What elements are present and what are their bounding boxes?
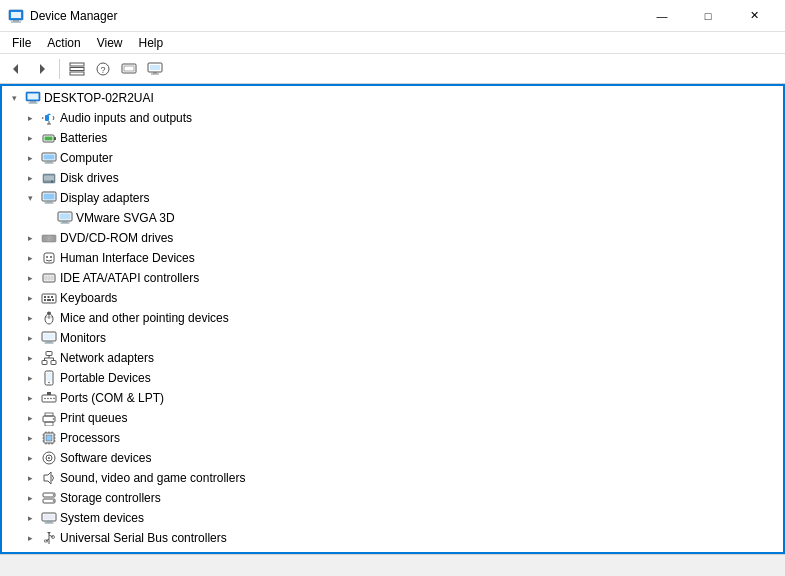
tree-item-hid[interactable]: Human Interface Devices [2,248,783,268]
svg-rect-55 [48,296,50,298]
display-label: Display adapters [60,191,149,205]
sound-expand-icon[interactable] [22,470,38,486]
tree-item-software[interactable]: Software devices [2,448,783,468]
svg-rect-7 [70,67,84,70]
audio-expand-icon[interactable] [22,110,38,126]
diskdrives-expand-icon[interactable] [22,170,38,186]
menu-action[interactable]: Action [39,34,88,52]
portable-expand-icon[interactable] [22,370,38,386]
tree-item-sound[interactable]: Sound, video and game controllers [2,468,783,488]
system-label: System devices [60,511,144,525]
tree-item-vmware[interactable]: VMware SVGA 3D [2,208,783,228]
svg-rect-39 [60,214,71,220]
ide-label: IDE ATA/ATAPI controllers [60,271,199,285]
device-tree-panel[interactable]: DESKTOP-02R2UAI Audio inputs and outputs [0,84,785,554]
update-driver-button[interactable] [117,57,141,81]
ide-icon [41,270,57,286]
hid-expand-icon[interactable] [22,250,38,266]
ports-expand-icon[interactable] [22,390,38,406]
svg-point-47 [50,256,52,258]
tree-item-network[interactable]: Network adapters [2,348,783,368]
svg-rect-35 [44,194,55,200]
display-expand-icon[interactable] [22,190,38,206]
forward-button[interactable] [30,57,54,81]
svg-rect-70 [51,361,56,365]
svg-rect-68 [46,352,52,356]
monitors-expand-icon[interactable] [22,330,38,346]
svg-rect-6 [70,63,84,66]
storage-expand-icon[interactable] [22,490,38,506]
tree-item-monitors[interactable]: Monitors [2,328,783,348]
mice-expand-icon[interactable] [22,310,38,326]
svg-rect-32 [44,176,54,181]
tree-item-computer[interactable]: Computer [2,148,783,168]
maximize-button[interactable]: □ [685,0,731,32]
print-expand-icon[interactable] [22,410,38,426]
menu-view[interactable]: View [89,34,131,52]
dvd-expand-icon[interactable] [22,230,38,246]
tree-root[interactable]: DESKTOP-02R2UAI [2,88,783,108]
batteries-expand-icon[interactable] [22,130,38,146]
svg-rect-29 [46,161,52,163]
tree-item-dvd[interactable]: DVD/CD-ROM drives [2,228,783,248]
processors-expand-icon[interactable] [22,430,38,446]
ide-expand-icon[interactable] [22,270,38,286]
audio-icon [41,110,57,126]
tree-item-ide[interactable]: IDE ATA/ATAPI controllers [2,268,783,288]
tree-item-print[interactable]: Print queues [2,408,783,428]
computer-label: Computer [60,151,113,165]
tree-item-storage[interactable]: Storage controllers [2,488,783,508]
keyboards-label: Keyboards [60,291,117,305]
root-expand-icon[interactable] [6,90,22,106]
svg-rect-65 [44,334,55,340]
tree-item-usb[interactable]: Universal Serial Bus controllers [2,528,783,548]
back-button[interactable] [4,57,28,81]
diskdrives-icon [41,170,57,186]
keyboards-expand-icon[interactable] [22,290,38,306]
tree-item-batteries[interactable]: Batteries [2,128,783,148]
tree-item-processors[interactable]: Processors [2,428,783,448]
svg-point-87 [53,418,55,420]
svg-point-77 [48,382,50,384]
help-toolbar-button[interactable]: ? [91,57,115,81]
menu-help[interactable]: Help [131,34,172,52]
network-label: Network adapters [60,351,154,365]
svg-rect-19 [30,101,36,103]
svg-rect-3 [11,21,21,22]
device-tree: DESKTOP-02R2UAI Audio inputs and outputs [2,86,783,550]
svg-rect-30 [45,163,54,164]
svg-rect-18 [28,94,39,100]
tree-item-ports[interactable]: Ports (COM & LPT) [2,388,783,408]
dvd-icon [41,230,57,246]
usb-expand-icon[interactable] [22,530,38,546]
tree-item-keyboards[interactable]: Keyboards [2,288,783,308]
svg-rect-112 [46,521,52,523]
close-button[interactable]: ✕ [731,0,777,32]
svg-marker-5 [40,64,45,74]
monitor-button[interactable] [143,57,167,81]
tree-item-mice[interactable]: Mice and other pointing devices [2,308,783,328]
svg-rect-58 [47,299,51,301]
svg-rect-59 [52,299,54,301]
svg-rect-25 [54,137,56,140]
network-expand-icon[interactable] [22,350,38,366]
device-list-button[interactable] [65,57,89,81]
svg-point-33 [51,181,53,183]
svg-rect-12 [124,66,134,71]
tree-item-audio[interactable]: Audio inputs and outputs [2,108,783,128]
tree-item-system[interactable]: System devices [2,508,783,528]
svg-marker-105 [44,472,51,484]
portable-icon [41,370,57,386]
tree-item-diskdrives[interactable]: Disk drives [2,168,783,188]
batteries-icon [41,130,57,146]
software-expand-icon[interactable] [22,450,38,466]
svg-point-104 [48,457,50,459]
system-expand-icon[interactable] [22,510,38,526]
computer-expand-icon[interactable] [22,150,38,166]
tree-item-display[interactable]: Display adapters [2,188,783,208]
menu-file[interactable]: File [4,34,39,52]
mice-icon [41,310,57,326]
dvd-label: DVD/CD-ROM drives [60,231,173,245]
tree-item-portable[interactable]: Portable Devices [2,368,783,388]
minimize-button[interactable]: — [639,0,685,32]
